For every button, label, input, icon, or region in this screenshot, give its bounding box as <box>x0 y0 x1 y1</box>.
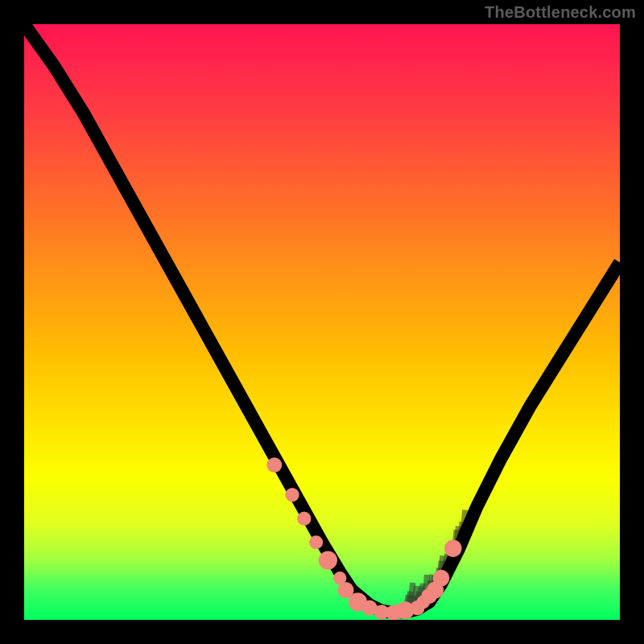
marker-dot <box>444 539 461 556</box>
plot-area <box>24 24 620 620</box>
chart-container: TheBottleneck.com <box>0 0 644 644</box>
marker-dot <box>285 488 299 502</box>
marker-dot <box>309 535 323 549</box>
optimal-markers <box>266 457 461 620</box>
marker-dot <box>297 512 311 526</box>
bottleneck-curve <box>24 24 620 613</box>
watermark-text: TheBottleneck.com <box>485 3 636 22</box>
marker-dot <box>319 551 337 569</box>
marker-dot <box>433 570 450 587</box>
marker-dot <box>266 457 282 473</box>
chart-svg <box>24 24 620 620</box>
